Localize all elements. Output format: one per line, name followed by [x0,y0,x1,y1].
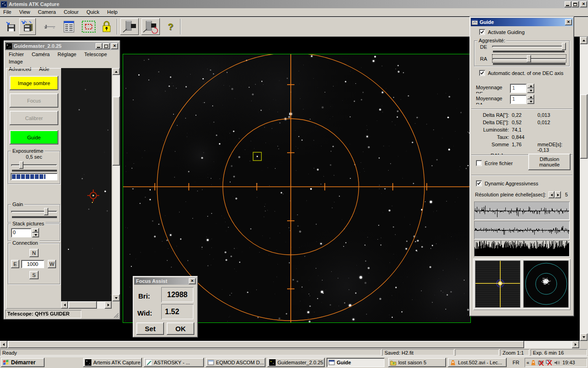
gm-hscrollbar[interactable] [61,301,112,309]
moyennage-de-up[interactable] [527,84,534,88]
exposure-slider[interactable] [11,161,57,169]
minimize-button[interactable] [565,1,571,7]
usb-disconnected-icon[interactable] [537,359,544,366]
resize-grip[interactable] [113,312,119,318]
exposure-slider-button[interactable] [42,19,57,34]
auto-deact-row[interactable]: Automatic deact. of one DEC axis [479,70,563,76]
save-button[interactable] [4,19,18,34]
guide-button[interactable]: Guide [10,130,58,144]
gm-scroll-right[interactable] [105,301,112,309]
menu-view[interactable]: View [16,8,34,16]
diffusion-manuelle-button[interactable]: Diffusion manuelle [528,154,571,170]
gm-menu-fichier[interactable]: Fichier [6,51,27,58]
connection-east-button[interactable]: E [11,260,19,268]
lock-button[interactable] [99,19,114,34]
speaker-icon[interactable] [554,360,560,366]
moyennage-de-down[interactable] [527,88,534,93]
connection-west-button[interactable]: W [48,260,56,268]
gm-menu-reglage[interactable]: Réglage [54,51,79,58]
main-hscrollbar[interactable] [0,341,580,348]
focus-button[interactable]: Focus [10,93,58,108]
gm-scroll-up[interactable] [113,68,120,75]
hscroll-thumb[interactable] [8,341,524,348]
gm-menu-telescope[interactable]: Telescope [81,51,110,58]
dynamic-aggressivness-row[interactable]: Dynamic Aggressivness [476,180,538,186]
stack-spin-up[interactable] [32,228,39,233]
scroll-up-button[interactable] [580,37,588,44]
start-button[interactable]: Démarrer [1,358,45,367]
vlc-tray-icon[interactable] [531,360,536,366]
help-button[interactable]: ? [164,19,177,34]
guidemaster-minimize[interactable] [96,43,102,49]
stack-input[interactable]: 0 [11,228,31,237]
de-aggressivity-slider[interactable] [492,43,565,50]
guider-image-view[interactable] [61,68,112,301]
ecrire-fichier-row[interactable]: Écrire fichier [476,160,513,166]
windows-logo-icon [3,359,9,366]
language-indicator[interactable]: FR [509,358,523,367]
gm-vscroll-thumb[interactable] [113,97,120,166]
task-guidemaster[interactable]: Guidemaster_2.0.25 [267,358,325,367]
main-vscrollbar[interactable] [580,37,588,341]
settings-list-button[interactable] [62,19,76,34]
stack-spin-down[interactable] [32,233,39,237]
network-disconnected-icon[interactable] [546,359,553,366]
activate-guiding-row[interactable]: Activate Guiding [479,29,525,35]
scroll-right-button[interactable] [572,341,579,348]
close-button[interactable]: × [580,1,587,7]
ra-aggressivity-slider[interactable] [492,54,566,63]
image-sombre-button[interactable]: Image sombre [10,76,58,90]
gain-label: Gain [11,201,24,207]
guide-close[interactable]: × [565,19,572,25]
menu-quick[interactable]: Quick [83,8,102,16]
task-lost-folder[interactable]: lost saison 5 [388,358,446,367]
ecrire-fichier-checkbox[interactable] [476,160,482,166]
set-button[interactable]: Set [136,322,164,335]
vscroll-thumb[interactable] [580,94,588,159]
dynamic-aggressivness-checkbox[interactable] [476,180,482,186]
task-artemis[interactable]: Artemis ATK Capture [83,358,142,367]
gm-hscroll-thumb[interactable] [68,301,97,309]
task-vlc[interactable]: Lost.502.avi - Lec... [448,358,507,367]
activate-guiding-checkbox[interactable] [479,29,485,35]
task-astrosky[interactable]: ASTROSKY - ... [144,358,204,367]
menu-help[interactable]: Help [104,8,121,16]
stat-value2: 0,012 [537,120,571,125]
subframe-button[interactable] [81,19,96,34]
task-eqmod[interactable]: EQMOD ASCOM D... [206,358,266,367]
moyennage-ra-up[interactable] [527,95,534,99]
guidemaster-maximize[interactable] [103,43,110,49]
menu-colour[interactable]: Colour [61,8,82,16]
stack-label: Stack pictures [11,221,45,226]
gm-scroll-down[interactable] [113,294,120,301]
auto-deact-checkbox[interactable] [479,70,485,76]
calibrer-button[interactable]: Calibrer [10,111,58,125]
connection-south-button[interactable]: S [29,271,39,279]
chevron-icon[interactable]: « [526,360,529,365]
connection-duration-input[interactable]: 1000 [21,260,44,268]
gm-scroll-left[interactable] [61,301,68,309]
moyennage-de-input[interactable]: 1 [510,84,526,93]
snapshot-button[interactable] [120,18,139,35]
guidemaster-icon [6,43,12,49]
restore-button[interactable] [572,1,579,7]
task-guide-active[interactable]: Guide [327,358,384,367]
loop-capture-button[interactable] [141,18,160,35]
gm-vscrollbar[interactable] [113,68,120,301]
focus-assist-close[interactable]: × [189,278,196,284]
gain-slider[interactable] [11,208,57,215]
connection-north-button[interactable]: N [29,249,39,257]
resolution-right-button[interactable] [555,191,561,198]
gm-menu-image[interactable]: Image [6,58,26,65]
guidemaster-close[interactable]: × [111,43,118,49]
moyennage-ra-down[interactable] [527,99,534,104]
moyennage-ra-input[interactable]: 1 [510,95,526,104]
save-sequence-button[interactable] [19,18,36,35]
scroll-down-button[interactable] [580,334,588,341]
menu-camera[interactable]: Camera [35,8,59,16]
gm-menu-camera[interactable]: Caméra [28,51,53,58]
ok-button[interactable]: OK [167,322,194,335]
scroll-left-button[interactable] [0,341,7,348]
menu-file[interactable]: File [0,8,15,16]
resolution-left-button[interactable] [548,191,554,198]
